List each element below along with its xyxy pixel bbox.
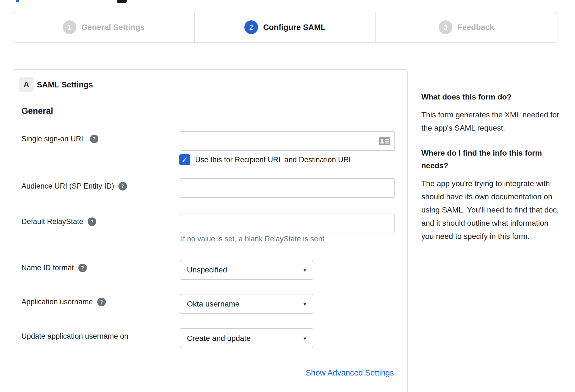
sso-url-input[interactable]: [180, 131, 395, 151]
show-advanced-settings-link[interactable]: Show Advanced Settings: [306, 368, 394, 377]
relaystate-help-icon[interactable]: ?: [88, 217, 96, 226]
relaystate-label-text: Default RelayState: [21, 217, 83, 226]
page-title-remnant-accent: [16, 0, 19, 2]
step-2-circle: 2: [244, 20, 258, 34]
sidebar-body-where: The app you're trying to integrate with …: [421, 177, 562, 243]
application-username-value: Okta username: [187, 300, 303, 308]
step-1-label: General Settings: [81, 23, 145, 32]
wizard-stepper: 1 General Settings 2 Configure SAML 3 Fe…: [13, 12, 557, 43]
application-username-help-icon[interactable]: ?: [97, 298, 106, 306]
saml-settings-card: A SAML Settings General Single sign-on U…: [13, 69, 408, 392]
step-1-circle: 1: [63, 20, 76, 34]
name-id-format-help-icon[interactable]: ?: [78, 264, 87, 272]
sidebar-heading-what: What does this form do?: [421, 91, 562, 103]
sidebar-body-what: This form generates the XML needed for t…: [421, 108, 562, 135]
name-id-format-select[interactable]: Unspecified ▾: [180, 260, 313, 280]
audience-uri-label: Audience URI (SP Entity ID) ?: [21, 182, 127, 191]
help-sidebar: What does this form do? This form genera…: [421, 91, 562, 255]
step-configure-saml[interactable]: 2 Configure SAML: [194, 12, 375, 42]
contact-card-icon: [379, 137, 390, 145]
sso-url-help-icon[interactable]: ?: [90, 135, 98, 143]
application-username-label-text: Application username: [21, 298, 93, 306]
update-username-value: Create and update: [187, 334, 303, 343]
chevron-down-icon: ▾: [303, 301, 306, 307]
step-general-settings[interactable]: 1 General Settings: [13, 12, 194, 42]
update-username-select[interactable]: Create and update ▾: [180, 328, 313, 348]
relaystate-label: Default RelayState ?: [21, 217, 96, 226]
name-id-format-value: Unspecified: [187, 266, 303, 274]
recipient-url-checkbox-label[interactable]: Use this for Recipient URL and Destinati…: [195, 156, 353, 164]
name-id-format-label-text: Name ID format: [21, 264, 74, 272]
step-feedback[interactable]: 3 Feedback: [375, 12, 557, 42]
sso-url-label: Single sign-on URL ?: [21, 135, 98, 143]
sso-url-input-wrap: [180, 131, 395, 151]
section-a-badge: A: [19, 77, 34, 92]
app-logo-remnant: [117, 0, 127, 3]
name-id-format-label: Name ID format ?: [21, 264, 87, 272]
recipient-url-checkbox[interactable]: ✓: [179, 154, 190, 165]
chevron-down-icon: ▾: [303, 267, 306, 273]
chevron-down-icon: ▾: [303, 335, 306, 342]
audience-uri-label-text: Audience URI (SP Entity ID): [21, 182, 114, 191]
application-username-label: Application username ?: [21, 298, 106, 306]
step-3-circle: 3: [439, 20, 452, 34]
card-title: SAML Settings: [37, 80, 93, 89]
step-3-label: Feedback: [457, 23, 494, 32]
relaystate-input[interactable]: [180, 214, 395, 233]
audience-uri-input[interactable]: [180, 178, 395, 198]
step-2-label: Configure SAML: [263, 23, 325, 32]
audience-uri-help-icon[interactable]: ?: [118, 182, 127, 191]
configure-saml-page: 1 General Settings 2 Configure SAML 3 Fe…: [0, 0, 575, 392]
relaystate-helper-text: If no value is set, a blank RelayState i…: [181, 235, 324, 243]
general-section-heading: General: [21, 106, 53, 116]
application-username-select[interactable]: Okta username ▾: [180, 294, 313, 314]
update-username-label-text: Update application username on: [21, 332, 128, 341]
sidebar-heading-where: Where do I find the info this form needs…: [421, 147, 562, 172]
update-username-label: Update application username on: [21, 332, 128, 341]
sso-url-label-text: Single sign-on URL: [21, 135, 85, 143]
